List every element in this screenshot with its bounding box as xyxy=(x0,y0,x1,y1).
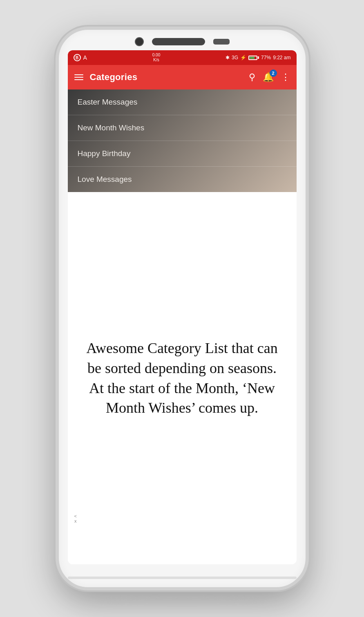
description-area: Awesome Category List that can be sorted… xyxy=(68,192,297,564)
status-center: 0.00 K/s xyxy=(152,53,160,63)
secondary-speaker xyxy=(213,39,230,45)
phone-device: B A 0.00 K/s ✱ 3G ⚡ xyxy=(56,27,309,590)
status-bar: B A 0.00 K/s ✱ 3G ⚡ xyxy=(68,50,297,65)
category-item-love[interactable]: Love Messages xyxy=(68,167,297,192)
battery-icon xyxy=(248,56,259,60)
clock-time: 9:22 am xyxy=(273,55,290,60)
status-a-icon: A xyxy=(83,54,87,61)
battery-tip xyxy=(258,56,259,59)
category-item-birthday[interactable]: Happy Birthday xyxy=(68,141,297,167)
phone-screen: B A 0.00 K/s ✱ 3G ⚡ xyxy=(68,50,297,564)
data-speed-line2: K/s xyxy=(153,58,159,63)
status-b-icon: B xyxy=(74,54,81,61)
data-speed-line1: 0.00 xyxy=(152,53,160,58)
lightning-icon: ⚡ xyxy=(240,55,246,60)
signal-icon: 3G xyxy=(232,55,238,60)
hamburger-line-2 xyxy=(74,77,83,78)
notification-badge: 2 xyxy=(270,69,277,77)
hamburger-line-3 xyxy=(74,79,83,80)
notification-button[interactable]: 🔔 2 xyxy=(263,72,274,83)
phone-bottom-bar xyxy=(68,577,297,579)
phone-top-hardware xyxy=(59,37,306,46)
bluetooth-icon: ✱ xyxy=(226,55,230,60)
search-button[interactable]: ⚲ xyxy=(249,72,255,83)
category-list-area: Easter Messages New Month Wishes Happy B… xyxy=(68,89,297,192)
hamburger-line-1 xyxy=(74,74,83,75)
category-item-new-month[interactable]: New Month Wishes xyxy=(68,115,297,141)
battery-body xyxy=(248,56,257,60)
ad-less-icon: < xyxy=(74,514,77,519)
status-left: B A xyxy=(74,54,87,61)
phone-reflection xyxy=(100,597,264,606)
battery-percent: 77% xyxy=(261,55,271,60)
battery-fill xyxy=(250,57,255,59)
app-bar-icons: ⚲ 🔔 2 ⋮ xyxy=(249,72,290,83)
ad-x-icon: x xyxy=(74,519,77,523)
menu-button[interactable] xyxy=(74,74,83,80)
page-wrapper: B A 0.00 K/s ✱ 3G ⚡ xyxy=(0,0,364,617)
app-bar: Categories ⚲ 🔔 2 ⋮ xyxy=(68,65,297,89)
more-options-button[interactable]: ⋮ xyxy=(281,72,290,83)
category-item-easter[interactable]: Easter Messages xyxy=(68,89,297,115)
front-camera xyxy=(135,37,144,46)
status-right: ✱ 3G ⚡ 77% 9:22 am xyxy=(226,55,290,60)
description-text: Awesome Category List that can be sorted… xyxy=(84,338,280,418)
app-title: Categories xyxy=(90,72,242,83)
ad-close-button[interactable]: < x xyxy=(74,514,77,523)
top-speaker xyxy=(152,38,205,45)
